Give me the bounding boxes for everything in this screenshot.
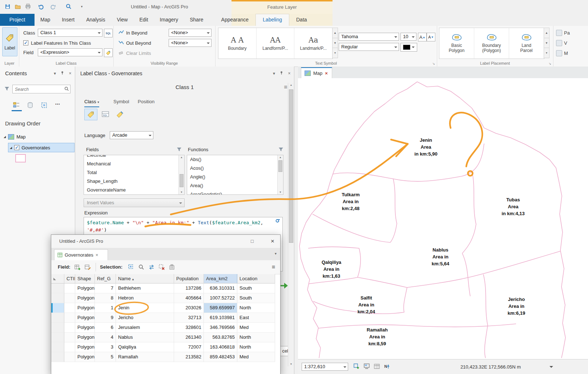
label-placement-dialog-launcher-icon[interactable]: ↘: [548, 62, 551, 65]
cell-shape[interactable]: Polygon: [75, 303, 95, 313]
cell-shape[interactable]: Polygon: [75, 352, 95, 362]
cell-shape[interactable]: Polygon: [75, 313, 95, 323]
function-list-item[interactable]: Area(): [187, 181, 278, 190]
table-corner-cell[interactable]: [51, 274, 64, 283]
label-panel-close-icon[interactable]: ×: [286, 70, 293, 77]
zoom-to-selection-icon[interactable]: [138, 264, 145, 271]
cell-name[interactable]: Hebron: [116, 293, 174, 303]
tree-item-map[interactable]: ◢ Map: [4, 132, 73, 141]
ribbon-tab-analysis[interactable]: Analysis: [80, 14, 111, 26]
tab-class[interactable]: Class ▾: [84, 97, 99, 107]
fields-filter-icon[interactable]: [177, 147, 181, 153]
text-symbol-style-1[interactable]: A ABoundary: [218, 28, 257, 59]
row-header-cell[interactable]: [51, 313, 64, 323]
cell-ref_g[interactable]: 1: [95, 303, 116, 313]
visibility-min-combobox[interactable]: <None>: [169, 39, 212, 47]
cell-location[interactable]: South: [237, 293, 275, 303]
sql-query-button[interactable]: SQL: [104, 29, 113, 37]
ribbon-tab-appearance[interactable]: Appearance: [214, 14, 256, 26]
column-header-location[interactable]: Location: [237, 274, 275, 283]
tree-item-governorates[interactable]: ◢ ✓ Governorates: [8, 143, 74, 152]
ribbon-tab-view[interactable]: View: [111, 14, 133, 26]
table-tab-close-icon[interactable]: ×: [96, 252, 98, 258]
label-class-options-tool-button[interactable]: [113, 109, 126, 120]
label-placement-style-1[interactable]: BasicPolygon: [439, 28, 474, 59]
table-row[interactable]: Polygon4Nablus261340563.82765North: [51, 333, 280, 342]
cell-ref_g[interactable]: 8: [95, 293, 116, 303]
search-icon[interactable]: [64, 87, 69, 92]
cell-area_km2[interactable]: 619.103981: [204, 313, 237, 323]
cell-area_km2[interactable]: 346.769566: [204, 323, 237, 333]
gallery-up-icon[interactable]: ▲: [332, 28, 338, 38]
row-header-cell[interactable]: [51, 333, 64, 342]
ribbon-tab-share[interactable]: Share: [184, 14, 209, 26]
clear-limits-button[interactable]: Clear Limits: [118, 49, 151, 57]
sql-tool-button[interactable]: SQL: [99, 109, 112, 120]
ribbon-tab-edit[interactable]: Edit: [133, 14, 154, 26]
ribbon-tab-map[interactable]: Map: [35, 14, 56, 26]
attribute-table-icon[interactable]: [373, 362, 381, 370]
functions-filter-icon[interactable]: [279, 147, 283, 153]
map-view-tab[interactable]: Map ×: [301, 67, 332, 78]
cell-shape[interactable]: Polygon: [75, 333, 95, 342]
cell-population[interactable]: 261340: [174, 333, 204, 342]
overflow-button-3[interactable]: M: [556, 49, 588, 57]
overflow-button-1[interactable]: Pa: [556, 29, 588, 37]
cell-name[interactable]: Qalqiliya: [116, 342, 174, 352]
label-placement-style-3[interactable]: LandParcel: [509, 28, 544, 59]
map-expand-icon[interactable]: ◢: [4, 135, 6, 138]
cell-location[interactable]: South: [237, 283, 275, 293]
cell-location[interactable]: North: [237, 333, 275, 342]
cell-ref_g[interactable]: 5: [95, 352, 116, 362]
governorates-visibility-checkbox[interactable]: ✓: [14, 145, 19, 150]
table-row[interactable]: Polygon1Jenin203026589.659997North: [51, 303, 280, 313]
function-list-item[interactable]: Angle(): [187, 173, 278, 181]
field-list-item[interactable]: Total: [84, 168, 179, 177]
visibility-max-combobox[interactable]: <None>: [169, 29, 212, 37]
cell-ctid[interactable]: [64, 323, 75, 333]
table-window-title-bar[interactable]: Untitled - ArcGIS Pro □ ×: [51, 235, 280, 248]
map-tab-close-icon[interactable]: ×: [325, 71, 328, 76]
print-icon[interactable]: [24, 3, 32, 11]
cell-name[interactable]: Jenin: [116, 303, 174, 313]
cell-shape[interactable]: Polygon: [75, 342, 95, 352]
cell-area_km2[interactable]: 859.482453: [204, 352, 237, 362]
table-menu-icon[interactable]: ≡: [272, 260, 275, 274]
cell-ctid[interactable]: [64, 333, 75, 342]
contents-menu-caret-icon[interactable]: ▾: [52, 70, 58, 77]
label-panel-pin-icon[interactable]: [278, 70, 285, 77]
field-list-item[interactable]: Electrical: [84, 155, 179, 160]
cell-ref_g[interactable]: 9: [95, 313, 116, 323]
cell-population[interactable]: 405664: [174, 293, 204, 303]
column-header-shape[interactable]: Shape: [75, 274, 95, 283]
table-tabs-caret-icon[interactable]: ▾: [275, 252, 277, 256]
save-icon[interactable]: [4, 3, 12, 11]
calculate-field-icon[interactable]: [84, 264, 91, 271]
cell-population[interactable]: 72007: [174, 342, 204, 352]
label-toggle-button[interactable]: Label: [2, 27, 17, 56]
field-list-item[interactable]: GovernorateName: [84, 186, 179, 194]
north-arrow-icon[interactable]: N: [383, 362, 391, 370]
cell-shape[interactable]: Polygon: [75, 293, 95, 303]
placement-up-icon[interactable]: ▲: [544, 28, 549, 38]
fields-scrollbar[interactable]: ▲▼: [178, 155, 184, 194]
column-header-ref_g[interactable]: Ref_G: [95, 274, 116, 283]
grow-text-button[interactable]: A▲: [418, 33, 427, 41]
undo-icon[interactable]: [37, 3, 45, 11]
cell-ctid[interactable]: [64, 313, 75, 323]
function-list-item[interactable]: Acos(): [187, 164, 278, 173]
coordinates-caret-icon[interactable]: [549, 366, 553, 368]
table-row[interactable]: Polygon9Jericho32713619.103981East: [51, 313, 280, 323]
cell-location[interactable]: Med: [237, 323, 275, 333]
cell-name[interactable]: Bethlehem: [116, 283, 174, 293]
cell-ctid[interactable]: [64, 342, 75, 352]
field-list-item[interactable]: Shape_Length: [84, 177, 179, 186]
list-by-selection-icon[interactable]: [39, 101, 49, 109]
cell-ref_g[interactable]: 3: [95, 342, 116, 352]
table-row[interactable]: Polygon5Ramallah213582859.482453Med: [51, 352, 280, 362]
cell-population[interactable]: 32713: [174, 313, 204, 323]
text-symbol-style-3[interactable]: AaLandmark/P...: [294, 28, 333, 59]
list-by-data-source-icon[interactable]: [25, 101, 35, 109]
contents-more-tabs-icon[interactable]: •••: [55, 102, 60, 106]
select-by-attributes-icon[interactable]: [128, 264, 135, 271]
